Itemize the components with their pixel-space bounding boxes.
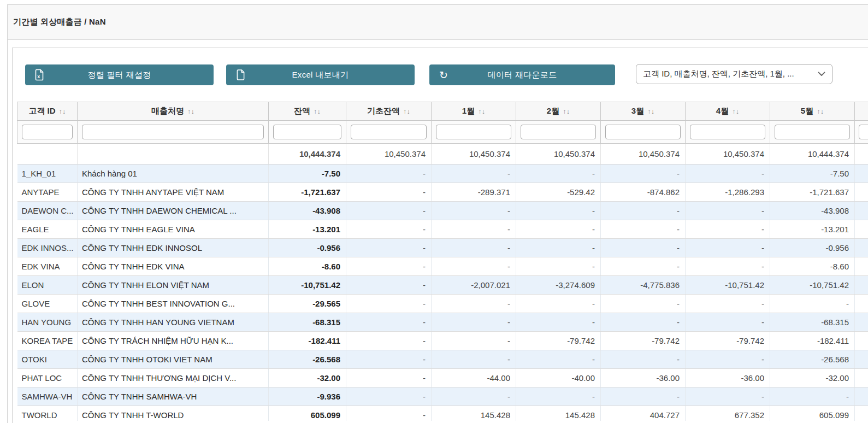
sort-icon[interactable]: ↑↓ (732, 107, 739, 115)
reset-sort-filter-button[interactable]: x 정렬 필터 재설정 (25, 64, 214, 85)
chevron-down-icon (818, 72, 825, 77)
table-row[interactable]: TWORLDCÔNG TY TNHH T-WORLD605.099-145.42… (17, 406, 868, 421)
column-label: 4월 (716, 106, 729, 115)
cell-name: CÔNG TY TNHH SAMHWA-VH (78, 387, 269, 406)
table-row[interactable]: EAGLECÔNG TY TNHH EAGLE VINA-13.201-----… (17, 220, 868, 239)
cell-m3: - (601, 295, 686, 313)
page-title: 기간별 외상매출금 / NaN (8, 17, 106, 27)
filter-input-m3[interactable] (605, 125, 681, 139)
table-row[interactable]: EDK VINACÔNG TY TNHH EDK VINA-8.60------… (17, 257, 868, 276)
cell-m2: - (516, 295, 601, 313)
cell-id: EDK INNOS... (17, 239, 78, 257)
cell-extra (855, 406, 868, 421)
excel-export-button[interactable]: Excel 내보내기 (226, 64, 415, 85)
column-header-opening[interactable]: 기초잔액↑↓ (346, 102, 432, 121)
excel-file-icon: x (28, 69, 50, 81)
cell-balance: -0.956 (269, 239, 346, 257)
filter-input-m1[interactable] (436, 125, 511, 139)
cell-m3: -79.742 (601, 332, 686, 350)
cell-m1: - (432, 332, 516, 350)
cell-m1: - (432, 164, 516, 183)
column-select-dropdown[interactable]: 고객 ID, 매출처명, 잔액, 기초잔액, 1월, ... (636, 64, 832, 84)
column-header-m5[interactable]: 5월↑↓ (770, 102, 855, 121)
cell-balance: -9.936 (269, 387, 346, 406)
cell-m3: 404.727 (601, 406, 686, 421)
filter-input-name[interactable] (82, 125, 264, 139)
sort-icon[interactable]: ↑↓ (647, 107, 654, 115)
refresh-icon: ↻ (433, 70, 454, 80)
table-row[interactable]: DAEWON C...CÔNG TY TNHH DAEWON CHEMICAL … (17, 202, 868, 220)
table-row[interactable]: SAMHWA-VHCÔNG TY TNHH SAMHWA-VH-9.936---… (17, 387, 868, 406)
cell-m4: -79.742 (686, 332, 770, 350)
cell-id: 1_KH_01 (17, 164, 78, 183)
cell-balance: -32.00 (269, 369, 346, 387)
cell-m2: -3,274.609 (516, 276, 601, 295)
cell-extra (855, 239, 868, 257)
column-header-m2[interactable]: 2월↑↓ (516, 102, 601, 121)
column-header-m4[interactable]: 4월↑↓ (686, 102, 770, 121)
filter-input-id[interactable] (22, 125, 73, 139)
sort-icon[interactable]: ↑↓ (59, 107, 66, 115)
reset-sort-filter-label: 정렬 필터 재설정 (50, 70, 214, 80)
table-row[interactable]: ANYTAPECÔNG TY TNHH ANYTAPE VIỆT NAM-1,7… (17, 183, 868, 202)
column-header-balance[interactable]: 잔액↑↓ (269, 102, 346, 121)
cell-m3: -4,775.836 (601, 276, 686, 295)
cell-m5: - (770, 387, 855, 406)
cell-m4: -1,286.293 (686, 183, 770, 202)
cell-m1: - (432, 387, 516, 406)
sort-icon[interactable]: ↑↓ (314, 107, 321, 115)
column-label: 매출처명 (151, 106, 184, 115)
column-header-m1[interactable]: 1월↑↓ (432, 102, 516, 121)
svg-text:x: x (37, 74, 40, 79)
sort-icon[interactable]: ↑↓ (563, 107, 570, 115)
reload-data-label: 데이터 재다운로드 (454, 70, 615, 80)
cell-extra (855, 295, 868, 313)
cell-opening: - (346, 257, 432, 276)
filter-input-m2[interactable] (521, 125, 596, 139)
cell-m1: - (432, 350, 516, 369)
table-row[interactable]: ELONCÔNG TY TNHH ELON VIỆT NAM-10,751.42… (17, 276, 868, 295)
sort-icon[interactable]: ↑↓ (478, 107, 485, 115)
cell-m5: -26.568 (770, 350, 855, 369)
cell-extra (855, 164, 868, 183)
cell-extra (855, 350, 868, 369)
cell-m3: - (601, 313, 686, 332)
column-header-m3[interactable]: 3월↑↓ (601, 102, 686, 121)
filter-input-m4[interactable] (690, 125, 765, 139)
cell-m1: - (432, 202, 516, 220)
column-label: 기초잔액 (367, 106, 400, 115)
cell-name: CÔNG TY TNHH EDK INNOSOL (78, 239, 269, 257)
totals-cell-m3: 10,450.374 (601, 144, 686, 164)
sort-icon[interactable]: ↑↓ (403, 107, 410, 115)
table-row[interactable]: OTOKICÔNG TY TNHH OTOKI VIET NAM-26.568-… (17, 350, 868, 369)
table-row[interactable]: KOREA TAPECÔNG TY TRÁCH NHIỆM HỮU HẠN K.… (17, 332, 868, 350)
cell-opening: - (346, 350, 432, 369)
table-row[interactable]: GLOVECÔNG TY TNHH BEST INNOVATION G...-2… (17, 295, 868, 313)
filter-input-balance[interactable] (273, 125, 341, 139)
cell-extra (855, 220, 868, 239)
column-header-name[interactable]: 매출처명↑↓ (78, 102, 269, 121)
cell-m4: - (686, 164, 770, 183)
totals-cell-opening: 10,450.374 (346, 144, 432, 164)
filter-input-m5[interactable] (775, 125, 850, 139)
totals-cell-balance: 10,444.374 (269, 144, 346, 164)
column-label: 2월 (547, 106, 559, 115)
table-row[interactable]: PHAT LOCCÔNG TY TNHH THƯƠNG MẠI DỊCH V..… (17, 369, 868, 387)
cell-m3: - (601, 387, 686, 406)
grid-panel: x 정렬 필터 재설정 Excel 내보내기 ↻ 데이터 재다운로드 (12, 48, 868, 423)
table-row[interactable]: 1_KH_01Khách hàng 01-7.50------7.50 (17, 164, 868, 183)
table-row[interactable]: HAN YOUNGCÔNG TY TNHH HAN YOUNG VIETNAM-… (17, 313, 868, 332)
cell-opening: - (346, 220, 432, 239)
table-row[interactable]: EDK INNOS...CÔNG TY TNHH EDK INNOSOL-0.9… (17, 239, 868, 257)
filter-input-opening[interactable] (351, 125, 427, 139)
sort-icon[interactable]: ↑↓ (187, 107, 194, 115)
cell-id: GLOVE (17, 295, 78, 313)
cell-id: ELON (17, 276, 78, 295)
cell-m5: 605.099 (770, 406, 855, 421)
cell-name: CÔNG TY TNHH DAEWON CHEMICAL ... (78, 202, 269, 220)
column-header-id[interactable]: 고객 ID↑↓ (17, 102, 78, 121)
cell-m2: -40.00 (516, 369, 601, 387)
sort-icon[interactable]: ↑↓ (817, 107, 824, 115)
reload-data-button[interactable]: ↻ 데이터 재다운로드 (429, 64, 615, 85)
filter-input-partial[interactable] (859, 125, 868, 139)
